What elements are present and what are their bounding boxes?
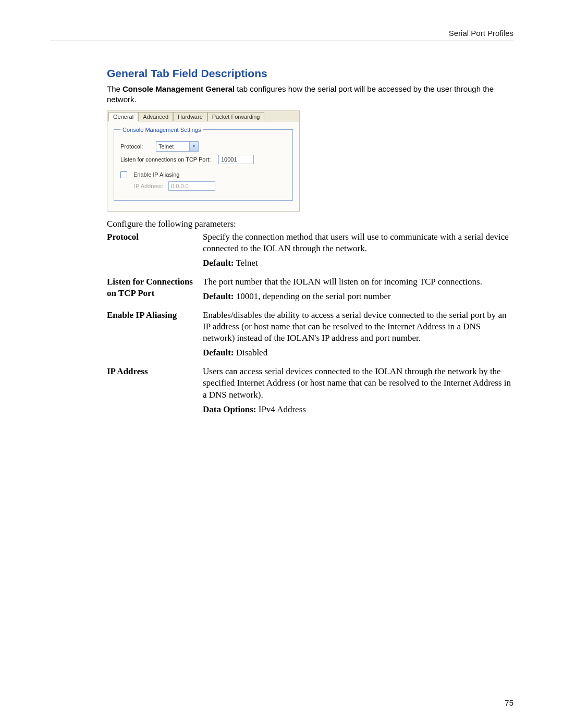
enable-ip-aliasing-label: Enable IP Aliasing (133, 171, 179, 178)
field-desc-tcp-port-text: The port number that the IOLAN will list… (203, 277, 482, 287)
tcp-port-input[interactable]: 10001 (218, 155, 254, 164)
field-name-tcp-port: Listen for Connections on TCP Port (107, 276, 201, 302)
intro-text-before: The (107, 84, 123, 93)
field-name-ip-aliasing: Enable IP Aliasing (107, 310, 201, 359)
field-desc-ip-address-text: Users can access serial devices connecte… (203, 366, 511, 399)
tab-general[interactable]: General (108, 112, 138, 121)
breadcrumb: Serial Port Profiles (50, 29, 513, 38)
tab-bar: General Advanced Hardware Packet Forward… (107, 110, 300, 121)
header-divider (50, 41, 513, 41)
tab-packet-forwarding[interactable]: Packet Forwarding (207, 112, 265, 121)
field-description-table: Protocol Specify the connection method t… (107, 231, 513, 415)
field-data-options-value: IPv4 Address (256, 404, 305, 414)
field-desc-tcp-port: The port number that the IOLAN will list… (203, 276, 513, 302)
tab-hardware[interactable]: Hardware (173, 112, 207, 121)
chevron-down-icon: ▾ (189, 142, 198, 151)
field-default-label: Default: (203, 258, 234, 268)
protocol-label: Protocol: (120, 143, 152, 150)
section-title: General Tab Field Descriptions (107, 67, 513, 80)
field-desc-ip-aliasing-text: Enables/disables the ability to access a… (203, 310, 507, 343)
field-name-protocol: Protocol (107, 231, 201, 269)
field-default-value: Disabled (234, 348, 267, 357)
field-desc-protocol: Specify the connection method that users… (203, 231, 513, 269)
field-name-ip-address: IP Address (107, 366, 201, 415)
field-data-options-label: Data Options: (203, 404, 256, 414)
settings-panel: General Advanced Hardware Packet Forward… (107, 110, 300, 212)
console-management-fieldset: Console Management Settings Protocol: Te… (114, 127, 293, 201)
ip-address-label: IP Address: (134, 183, 163, 189)
field-default-label: Default: (203, 348, 234, 357)
tab-page-general: Console Management Settings Protocol: Te… (107, 121, 300, 212)
field-desc-ip-aliasing: Enables/disables the ability to access a… (203, 310, 513, 359)
protocol-select-value: Telnet (156, 143, 189, 150)
fieldset-legend: Console Management Settings (120, 127, 203, 133)
protocol-select[interactable]: Telnet ▾ (156, 141, 199, 152)
field-default-value: Telnet (234, 258, 258, 268)
ip-address-input[interactable]: 0.0.0.0 (168, 181, 215, 191)
configure-parameters-text: Configure the following parameters: (107, 219, 513, 229)
intro-paragraph: The Console Management General tab confi… (107, 84, 513, 105)
intro-bold: Console Management General (123, 84, 235, 93)
tcp-port-label: Listen for connections on TCP Port: (120, 156, 214, 163)
field-desc-ip-address: Users can access serial devices connecte… (203, 366, 513, 415)
enable-ip-aliasing-checkbox[interactable] (120, 171, 127, 178)
field-default-label: Default: (203, 291, 234, 301)
tab-advanced[interactable]: Advanced (138, 112, 173, 121)
field-desc-protocol-text: Specify the connection method that users… (203, 232, 509, 253)
page-number: 75 (505, 698, 513, 707)
field-default-value: 10001, depending on the serial port numb… (234, 291, 390, 301)
